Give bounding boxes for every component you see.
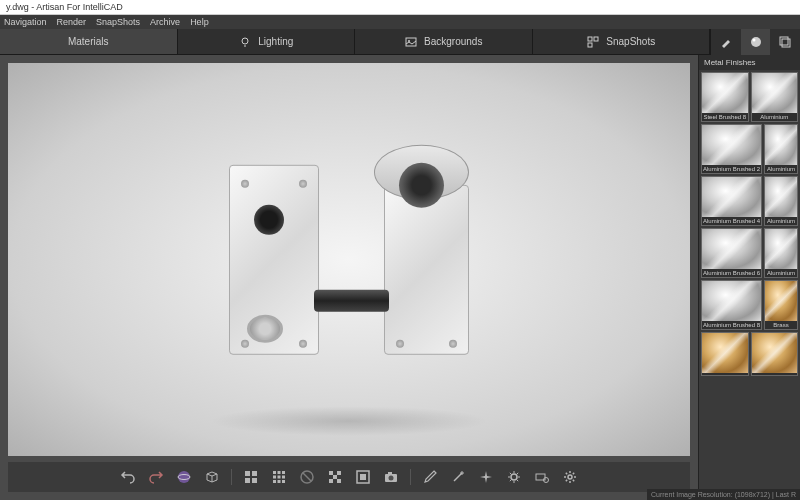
main-tab-bar: Materials Lighting Backgrounds SnapShots <box>0 29 710 55</box>
ground-shadow <box>209 406 489 436</box>
camera-button[interactable] <box>382 468 400 486</box>
svg-rect-34 <box>360 474 366 480</box>
svg-point-42 <box>568 475 572 479</box>
menu-bar: Navigation Render SnapShots Archive Help <box>0 15 800 29</box>
menu-archive[interactable]: Archive <box>150 17 180 27</box>
redo-button[interactable] <box>147 468 165 486</box>
cube-button[interactable] <box>203 468 221 486</box>
frame-button[interactable] <box>354 468 372 486</box>
toolbar-divider <box>231 469 232 485</box>
svg-rect-28 <box>329 471 333 475</box>
checker-button[interactable] <box>326 468 344 486</box>
material-swatch[interactable]: Brass <box>764 280 798 330</box>
material-label: Aluminium <box>765 165 797 173</box>
undo-button[interactable] <box>119 468 137 486</box>
menu-render[interactable]: Render <box>57 17 87 27</box>
panel-header: Metal Finishes <box>699 55 800 70</box>
svg-rect-4 <box>588 37 592 41</box>
settings-button[interactable] <box>561 468 579 486</box>
layers-icon <box>778 35 792 49</box>
grid-9-button[interactable] <box>270 468 288 486</box>
svg-rect-23 <box>273 480 276 483</box>
sparkle-button[interactable] <box>477 468 495 486</box>
material-label: Steel Brushed 8 <box>702 113 748 121</box>
svg-rect-24 <box>278 480 281 483</box>
tab-materials[interactable]: Materials <box>0 29 178 54</box>
material-swatch[interactable]: Aluminium <box>764 176 798 226</box>
model-bolt <box>241 339 249 347</box>
menu-navigation[interactable]: Navigation <box>4 17 47 27</box>
model-bracket-right <box>384 184 469 354</box>
tab-backgrounds[interactable]: Backgrounds <box>355 29 533 54</box>
material-swatch[interactable]: Aluminium Brushed 8 <box>701 280 762 330</box>
svg-point-36 <box>389 476 394 481</box>
image-icon <box>404 35 418 49</box>
tab-lighting[interactable]: Lighting <box>178 29 356 54</box>
toolbar-divider <box>410 469 411 485</box>
sphere-icon <box>749 35 763 49</box>
material-swatch[interactable]: Aluminium <box>751 72 799 122</box>
brush-icon <box>719 35 733 49</box>
model-hole-lower <box>247 314 283 342</box>
svg-rect-22 <box>282 476 285 479</box>
menu-help[interactable]: Help <box>190 17 209 27</box>
material-label <box>752 373 798 375</box>
material-label: Brass <box>765 321 797 329</box>
bottom-toolbar <box>8 462 690 492</box>
svg-rect-5 <box>594 37 598 41</box>
right-tab-brush[interactable] <box>711 29 741 55</box>
model-bolt <box>449 339 457 347</box>
material-label: Aluminium Brushed 6 <box>702 269 761 277</box>
svg-point-0 <box>242 38 248 44</box>
svg-rect-30 <box>333 475 337 479</box>
material-swatch[interactable] <box>701 332 749 376</box>
model-bolt <box>299 179 307 187</box>
snapshots-label: SnapShots <box>606 36 655 47</box>
model-shaft <box>314 289 389 311</box>
material-swatch[interactable]: Steel Brushed 8 <box>701 72 749 122</box>
model-bolt <box>241 179 249 187</box>
materials-panel: Metal Finishes Steel Brushed 8 Aluminium… <box>698 55 800 500</box>
material-swatch[interactable]: Aluminium <box>764 124 798 174</box>
lighting-label: Lighting <box>258 36 293 47</box>
wand-button[interactable] <box>449 468 467 486</box>
lightbulb-icon <box>238 35 252 49</box>
svg-rect-16 <box>252 478 257 483</box>
model-bolt <box>396 339 404 347</box>
svg-rect-15 <box>245 478 250 483</box>
gear-sun-button[interactable] <box>505 468 523 486</box>
svg-point-11 <box>178 471 190 483</box>
material-label: Aluminium <box>765 269 797 277</box>
material-label: Aluminium Brushed 4 <box>702 217 761 225</box>
gear-camera-button[interactable] <box>533 468 551 486</box>
svg-point-8 <box>752 39 755 42</box>
model-hole-upper <box>254 204 284 234</box>
3d-model <box>199 124 499 384</box>
status-bar: Current Image Resolution: (1098x712) | L… <box>647 489 800 500</box>
material-swatch[interactable] <box>751 332 799 376</box>
svg-rect-18 <box>278 471 281 474</box>
svg-line-27 <box>303 473 311 481</box>
material-swatch[interactable]: Aluminium Brushed 4 <box>701 176 762 226</box>
material-swatch[interactable]: Aluminium Brushed 6 <box>701 228 762 278</box>
svg-rect-13 <box>245 471 250 476</box>
svg-rect-6 <box>588 43 592 47</box>
tab-snapshots[interactable]: SnapShots <box>533 29 711 54</box>
3d-viewport[interactable] <box>8 63 690 456</box>
menu-snapshots[interactable]: SnapShots <box>96 17 140 27</box>
eyedropper-button[interactable] <box>421 468 439 486</box>
svg-rect-17 <box>273 471 276 474</box>
svg-line-38 <box>454 473 462 481</box>
material-label: Aluminium Brushed 8 <box>702 321 761 329</box>
svg-rect-32 <box>337 479 341 483</box>
svg-point-7 <box>751 37 761 47</box>
grid-4-button[interactable] <box>242 468 260 486</box>
material-swatch[interactable]: Aluminium <box>764 228 798 278</box>
right-tab-sphere[interactable] <box>741 29 771 55</box>
disable-button[interactable] <box>298 468 316 486</box>
material-swatch[interactable]: Aluminium Brushed 2 <box>701 124 762 174</box>
right-tab-layers[interactable] <box>770 29 800 55</box>
materials-grid: Steel Brushed 8 Aluminium Aluminium Brus… <box>699 70 800 500</box>
title-bar: y.dwg - Artisan For IntelliCAD <box>0 0 800 15</box>
globe-button[interactable] <box>175 468 193 486</box>
